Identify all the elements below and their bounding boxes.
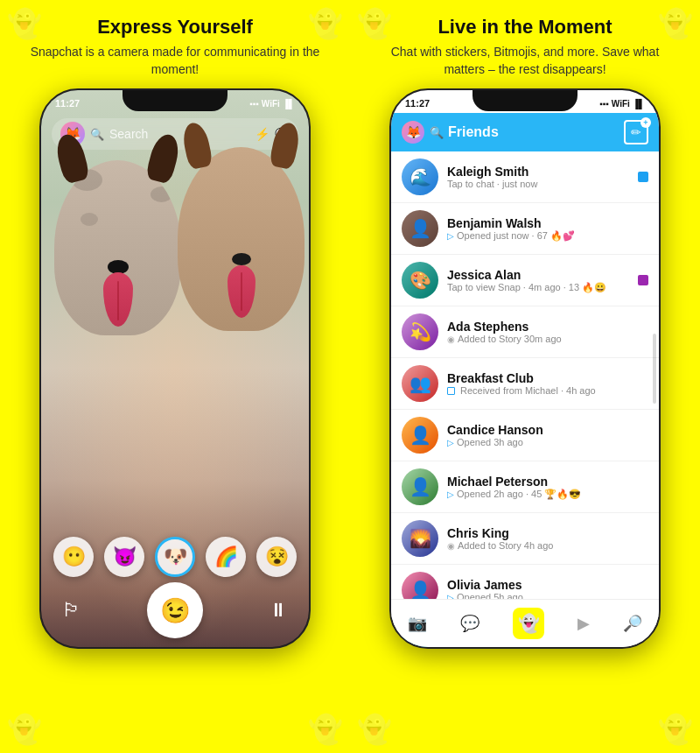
arrow-candice: ▷ [447,438,454,447]
filter-dizzy[interactable]: 😵 [256,537,297,577]
right-panel: 👻 👻 Live in the Moment Chat with sticker… [350,0,700,753]
ghost-deco-tr-r: 👻 [658,7,693,40]
status-text-breakfast: Received from Michael · 4h ago [460,385,596,396]
friend-item-michael[interactable]: 👤 Michael Peterson ▷ Opened 2h ago · 45 … [391,461,659,513]
avatar-chris: 🌄 [402,520,438,557]
status-text-benjamin: Opened just now · 67 🔥💕 [457,230,575,242]
friend-item-chris[interactable]: 🌄 Chris King ◉ Added to Story 4h ago [391,513,659,565]
status-chris: ◉ Added to Story 4h ago [447,540,648,551]
face-left [54,160,181,335]
ghost-deco-tr: 👻 [308,7,343,40]
indicator-jessica [638,275,648,285]
right-subtitle: Chat with stickers, Bitmojis, and more. … [376,44,674,78]
left-panel: 👻 👻 Express Yourself Snapchat is a camer… [0,0,350,753]
phone-notch-r [472,90,578,111]
arrow-michael: ▷ [447,489,454,499]
compose-button[interactable]: ✏ + [624,120,648,144]
friends-nav-icon[interactable]: 💬 [460,614,480,633]
left-title: Express Yourself [26,16,324,39]
ghost-deco-tl: 👻 [7,7,42,40]
status-icons-right: ▪▪▪ WiFi ▐▌ [599,99,645,109]
filter-row[interactable]: 😶 😈 🐶 🌈 😵 [41,537,309,577]
avatar-candice: 👤 [402,417,438,454]
status-michael: ▷ Opened 2h ago · 45 🏆🔥😎 [447,489,648,500]
name-candice: Candice Hanson [447,423,648,437]
status-text-michael: Opened 2h ago · 45 🏆🔥😎 [457,489,581,500]
name-breakfast: Breakfast Club [447,371,648,385]
camera-nav-icon[interactable]: 📷 [408,614,427,633]
friends-search[interactable]: 🔍 Friends [430,124,619,140]
info-chris: Chris King ◉ Added to Story 4h ago [447,526,648,551]
info-benjamin: Benjamin Walsh ▷ Opened just now · 67 🔥💕 [447,216,648,242]
name-chris: Chris King [447,526,648,540]
time-right: 11:27 [405,98,430,109]
ghost-deco-bl-r: 👻 [357,713,392,746]
face-right [178,147,304,331]
status-text-chris: Added to Story 4h ago [458,540,553,551]
status-kaleigh: Tap to chat · just now [447,179,629,189]
left-subtitle: Snapchat is a camera made for communicat… [26,44,324,78]
phone-notch [122,90,228,111]
wifi-icon: WiFi [262,99,280,109]
camera-controls: 🏳 😉 ⏸ [41,582,309,638]
camera-view: 11:27 ▪▪▪ WiFi ▐▌ 🦊 🔍 Search ⚡ 💬 [41,90,309,647]
info-ada: Ada Stephens ◉ Added to Story 30m ago [447,320,648,344]
status-ada: ◉ Added to Story 30m ago [447,334,648,344]
circle-chris: ◉ [447,541,455,551]
filter-dog[interactable]: 🐶 [155,537,195,577]
shutter-button[interactable]: 😉 [147,582,203,638]
right-phone: 11:27 ▪▪▪ WiFi ▐▌ 🦊 🔍 Friends ✏ + [389,88,661,649]
search-icon-r: 🔍 [430,126,444,139]
friends-header: 🦊 🔍 Friends ✏ + [391,113,659,151]
avatar-kaleigh: 🌊 [402,158,438,195]
arrow-benjamin: ▷ [447,231,454,241]
filter-neutral[interactable]: 😶 [53,537,94,577]
snap-dot-kaleigh [638,172,648,182]
friends-screen: 11:27 ▪▪▪ WiFi ▐▌ 🦊 🔍 Friends ✏ + [391,90,659,647]
status-benjamin: ▷ Opened just now · 67 🔥💕 [447,230,648,242]
ghost-deco-bl: 👻 [7,713,42,746]
info-michael: Michael Peterson ▷ Opened 2h ago · 45 🏆🔥… [447,475,648,500]
status-icons-left: ▪▪▪ WiFi ▐▌ [249,99,295,109]
stories-nav-icon[interactable]: ▶ [578,614,590,633]
name-kaleigh: Kaleigh Smith [447,165,629,179]
flash-icon: ⚡ [255,127,270,141]
friends-list: 🌊 Kaleigh Smith Tap to chat · just now [391,151,659,647]
scroll-indicator[interactable] [653,334,656,404]
ghost-icon: 👻 [518,613,540,634]
name-jessica: Jessica Alan [447,268,629,282]
tongue-line-right [241,272,242,311]
name-olivia: Olivia James [447,578,648,592]
friends-label: Friends [448,124,499,140]
discover-nav-icon[interactable]: 🔎 [623,614,642,633]
ghost-deco-tl-r: 👻 [357,7,392,40]
info-breakfast: Breakfast Club Received from Michael · 4… [447,371,648,396]
compose-icon-sym: ✏ [631,125,641,139]
friend-item-benjamin[interactable]: 👤 Benjamin Walsh ▷ Opened just now · 67 … [391,203,659,255]
avatar-benjamin: 👤 [402,210,438,247]
ghost-nav-icon[interactable]: 👻 [513,608,544,639]
box-breakfast [447,387,455,395]
filter-rainbow[interactable]: 🌈 [206,537,246,577]
bottom-nav-right: 📷 💬 👻 ▶ 🔎 [391,599,659,647]
info-jessica: Jessica Alan Tap to view Snap · 4m ago ·… [447,268,629,293]
ghost-deco-br: 👻 [308,713,343,746]
signal-r: ▪▪▪ [599,99,609,109]
time-left: 11:27 [55,98,80,109]
battery-icon: ▐▌ [283,99,295,109]
filter-devil[interactable]: 😈 [104,537,144,577]
friend-item-breakfast[interactable]: 👥 Breakfast Club Received from Michael ·… [391,358,659,410]
pause-icon[interactable]: ⏸ [269,599,288,622]
status-candice: ▷ Opened 3h ago [447,437,648,447]
friend-item-jessica[interactable]: 🎨 Jessica Alan Tap to view Snap · 4m ago… [391,255,659,306]
flag-icon[interactable]: 🏳 [62,599,81,622]
right-title: Live in the Moment [376,16,674,39]
friend-item-ada[interactable]: 💫 Ada Stephens ◉ Added to Story 30m ago [391,306,659,358]
friend-item-kaleigh[interactable]: 🌊 Kaleigh Smith Tap to chat · just now [391,151,659,203]
avatar-ada: 💫 [402,313,438,350]
friend-item-candice[interactable]: 👤 Candice Hanson ▷ Opened 3h ago [391,410,659,461]
shutter-area[interactable]: 😉 [147,582,203,638]
avatar-jessica: 🎨 [402,262,438,299]
left-header: Express Yourself Snapchat is a camera ma… [0,0,350,88]
search-icon: 🔍 [90,128,104,141]
